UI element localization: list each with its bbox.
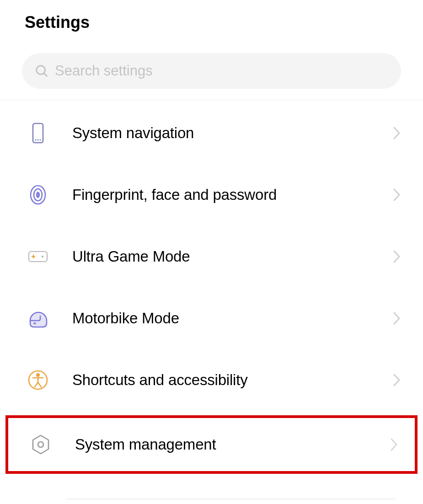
- settings-list: System navigation Fingerprint, face and …: [0, 100, 423, 413]
- gear-hex-icon: [30, 434, 51, 455]
- svg-line-1: [44, 73, 47, 76]
- row-motorbike-mode[interactable]: Motorbike Mode: [0, 287, 423, 349]
- row-label: System management: [75, 436, 390, 453]
- page-title: Settings: [0, 0, 423, 32]
- highlight-box: System management: [5, 415, 418, 474]
- svg-point-4: [37, 139, 38, 140]
- row-ultra-game-mode[interactable]: Ultra Game Mode: [0, 225, 423, 287]
- helmet-icon: [27, 308, 48, 329]
- search-container: [0, 32, 423, 100]
- chevron-right-icon: [390, 438, 398, 451]
- row-system-management[interactable]: System management: [8, 418, 415, 471]
- row-label: Shortcuts and accessibility: [72, 371, 393, 389]
- svg-line-19: [35, 382, 38, 387]
- svg-marker-21: [33, 435, 48, 454]
- row-label: Fingerprint, face and password: [72, 186, 393, 204]
- svg-point-14: [33, 322, 36, 324]
- chevron-right-icon: [393, 373, 401, 387]
- svg-point-22: [38, 442, 43, 447]
- accessibility-icon: [27, 370, 48, 391]
- phone-icon: [27, 123, 48, 144]
- svg-point-13: [42, 255, 43, 257]
- svg-point-5: [39, 139, 41, 140]
- row-system-navigation[interactable]: System navigation: [0, 102, 423, 164]
- chevron-right-icon: [393, 126, 401, 140]
- search-input[interactable]: [55, 63, 388, 79]
- gamepad-icon: [27, 246, 48, 267]
- row-label: System navigation: [72, 124, 393, 142]
- row-label: Motorbike Mode: [72, 310, 393, 327]
- search-icon: [35, 64, 48, 78]
- svg-line-20: [38, 382, 41, 387]
- divider: [66, 499, 396, 499]
- row-label: Ultra Game Mode: [72, 248, 393, 265]
- svg-point-3: [35, 139, 36, 140]
- fingerprint-icon: [27, 184, 48, 205]
- row-shortcuts-accessibility[interactable]: Shortcuts and accessibility: [0, 349, 423, 411]
- chevron-right-icon: [393, 188, 401, 202]
- chevron-right-icon: [393, 250, 401, 263]
- svg-point-16: [37, 374, 39, 376]
- row-fingerprint[interactable]: Fingerprint, face and password: [0, 164, 423, 225]
- search-bar[interactable]: [22, 53, 401, 89]
- chevron-right-icon: [393, 311, 401, 325]
